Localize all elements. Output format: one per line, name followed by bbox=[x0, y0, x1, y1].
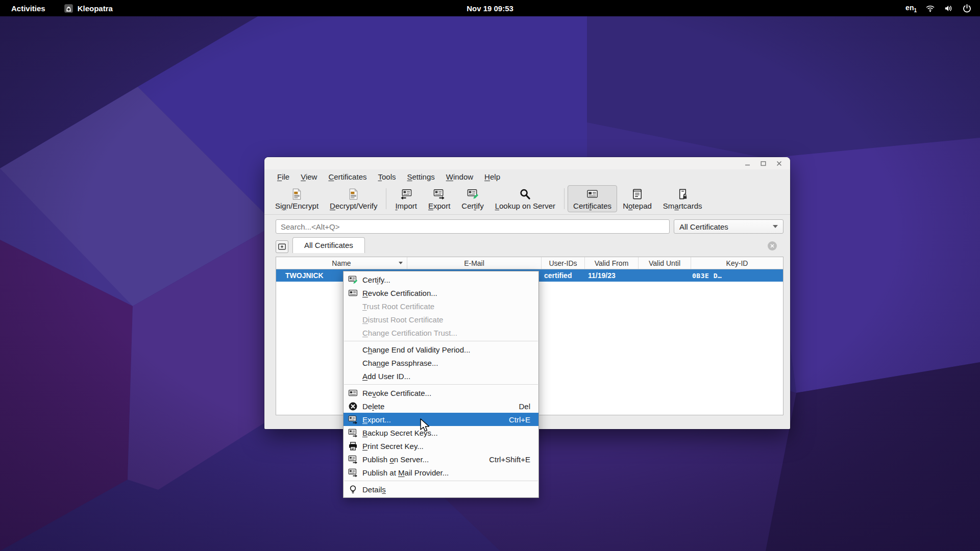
column-header-valid-from[interactable]: Valid From bbox=[585, 257, 639, 269]
wifi-icon[interactable] bbox=[925, 4, 935, 13]
search-row: All Certificates bbox=[264, 215, 790, 237]
certificate-context-menu: Certify... Revoke Certification... Trust… bbox=[343, 271, 539, 498]
certificates-icon bbox=[586, 188, 598, 200]
notepad-view-button[interactable]: Notepad bbox=[617, 185, 657, 212]
details-icon bbox=[348, 484, 358, 494]
volume-icon[interactable] bbox=[944, 4, 953, 13]
menu-item-details[interactable]: Details bbox=[344, 483, 538, 496]
menu-item-add-user-id[interactable]: Add User ID... bbox=[344, 369, 538, 383]
menu-view[interactable]: View bbox=[296, 170, 322, 183]
new-tab-button[interactable] bbox=[276, 240, 288, 253]
close-button[interactable] bbox=[775, 160, 783, 167]
id-card-icon bbox=[348, 388, 358, 398]
menu-item-certify[interactable]: Certify... bbox=[344, 273, 538, 286]
keyboard-layout-indicator[interactable]: en1 bbox=[905, 4, 917, 13]
menu-item-revoke-certification[interactable]: Revoke Certification... bbox=[344, 286, 538, 299]
delete-icon bbox=[348, 401, 358, 411]
column-header-valid-until[interactable]: Valid Until bbox=[639, 257, 691, 269]
system-tray[interactable]: en1 bbox=[897, 0, 980, 16]
toolbar-separator bbox=[386, 188, 386, 209]
mouse-cursor bbox=[420, 418, 431, 434]
chevron-down-icon bbox=[773, 225, 778, 228]
backup-keys-icon bbox=[348, 428, 358, 438]
tab-all-certificates[interactable]: All Certificates bbox=[292, 237, 365, 253]
focused-app-menu[interactable]: Kleopatra bbox=[57, 0, 120, 16]
certificates-view-button[interactable]: Certificates bbox=[568, 185, 617, 212]
column-header-key-id[interactable]: Key-ID bbox=[691, 257, 783, 269]
menu-certificates[interactable]: Certificates bbox=[324, 170, 371, 183]
printer-icon bbox=[348, 441, 358, 451]
publish-server-icon bbox=[348, 454, 358, 464]
menu-separator bbox=[344, 384, 538, 385]
import-icon bbox=[400, 188, 412, 200]
menu-window[interactable]: Window bbox=[442, 170, 478, 183]
search-input[interactable] bbox=[276, 219, 670, 234]
maximize-button[interactable] bbox=[760, 160, 767, 167]
publish-mail-icon bbox=[348, 467, 358, 478]
menu-item-change-passphrase[interactable]: Change Passphrase... bbox=[344, 356, 538, 369]
notepad-icon bbox=[631, 188, 643, 200]
decrypt-verify-icon bbox=[348, 188, 359, 200]
menu-item-publish-at-mail-provider[interactable]: Publish at Mail Provider... bbox=[344, 466, 538, 479]
tab-bar: All Certificates bbox=[264, 237, 790, 253]
menu-item-delete[interactable]: Delete Del bbox=[344, 399, 538, 413]
focused-app-name: Kleopatra bbox=[78, 4, 113, 13]
minimize-button[interactable] bbox=[744, 160, 751, 167]
search-icon bbox=[519, 188, 531, 200]
import-button[interactable]: Import bbox=[389, 185, 423, 212]
export-icon bbox=[348, 414, 358, 424]
menu-help[interactable]: Help bbox=[480, 170, 505, 183]
close-tab-button[interactable] bbox=[768, 241, 777, 251]
smartcards-view-button[interactable]: Smartcards bbox=[657, 185, 708, 212]
menu-separator bbox=[344, 481, 538, 481]
menu-settings[interactable]: Settings bbox=[403, 170, 439, 183]
menu-item-change-certification-trust: Change Certification Trust... bbox=[344, 326, 538, 339]
certificate-filter-dropdown[interactable]: All Certificates bbox=[674, 219, 783, 234]
close-icon bbox=[770, 243, 775, 248]
export-icon bbox=[433, 188, 445, 200]
certify-button[interactable]: Certify bbox=[456, 185, 489, 212]
id-card-icon bbox=[348, 288, 358, 298]
new-tab-icon bbox=[278, 242, 286, 251]
menu-item-trust-root-certificate: Trust Root Certificate bbox=[344, 299, 538, 313]
column-header-email[interactable]: E-Mail bbox=[407, 257, 542, 269]
toolbar: Sign/Encrypt Decrypt/Verify Import Expor… bbox=[264, 184, 790, 214]
menu-item-distrust-root-certificate: Distrust Root Certificate bbox=[344, 313, 538, 326]
menu-item-export[interactable]: Export... Ctrl+E bbox=[344, 413, 538, 426]
menu-bar: File View Certificates Tools Settings Wi… bbox=[264, 169, 790, 184]
menu-tools[interactable]: Tools bbox=[373, 170, 400, 183]
column-header-name[interactable]: Name bbox=[276, 257, 407, 269]
menu-file[interactable]: File bbox=[273, 170, 294, 183]
menu-separator bbox=[344, 341, 538, 341]
export-button[interactable]: Export bbox=[423, 185, 456, 212]
smartcards-icon bbox=[677, 188, 689, 200]
power-icon[interactable] bbox=[962, 4, 972, 13]
clock[interactable]: Nov 19 09:53 bbox=[467, 0, 513, 16]
sign-encrypt-icon bbox=[291, 188, 303, 200]
menu-item-print-secret-key[interactable]: Print Secret Key... bbox=[344, 439, 538, 453]
kleopatra-app-icon bbox=[64, 4, 74, 13]
lookup-on-server-button[interactable]: Lookup on Server bbox=[489, 185, 561, 212]
certify-icon bbox=[467, 188, 479, 200]
menu-item-revoke-certificate[interactable]: Revoke Certificate... bbox=[344, 386, 538, 399]
sign-encrypt-button[interactable]: Sign/Encrypt bbox=[270, 185, 324, 212]
top-bar: Activities Kleopatra Nov 19 09:53 en1 bbox=[0, 0, 980, 16]
sort-indicator-icon bbox=[399, 262, 403, 264]
decrypt-verify-button[interactable]: Decrypt/Verify bbox=[324, 185, 383, 212]
column-header-user-ids[interactable]: User-IDs bbox=[542, 257, 585, 269]
menu-item-change-end-of-validity[interactable]: Change End of Validity Period... bbox=[344, 343, 538, 356]
window-titlebar[interactable] bbox=[264, 157, 790, 169]
table-header: Name E-Mail User-IDs Valid From Valid Un… bbox=[276, 257, 783, 269]
certify-icon bbox=[348, 274, 358, 285]
menu-item-publish-on-server[interactable]: Publish on Server... Ctrl+Shift+E bbox=[344, 453, 538, 466]
activities-button[interactable]: Activities bbox=[0, 0, 57, 16]
toolbar-separator bbox=[564, 188, 565, 209]
menu-item-backup-secret-keys[interactable]: Backup Secret Keys... bbox=[344, 426, 538, 439]
